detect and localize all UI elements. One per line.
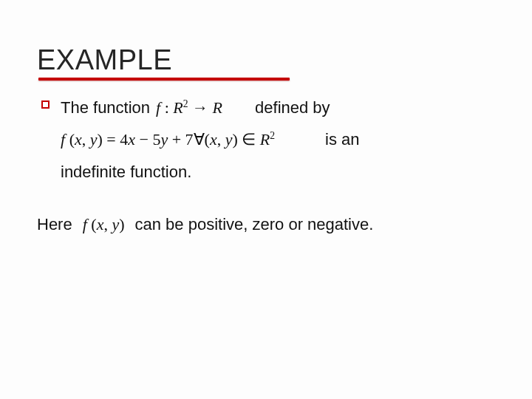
line-3: indefinite function. <box>61 158 495 185</box>
math-func-definition: f (x, y) = 4x − 5y + 7∀(x, y) ∈ R2 <box>61 126 275 153</box>
title-underline <box>38 78 290 81</box>
text-indefinite-function: indefinite function. <box>61 158 191 185</box>
math-fxy: f (x, y) <box>83 211 125 238</box>
bullet-icon <box>41 100 50 109</box>
body: The function f : R2 → R defined by f (x,… <box>37 94 495 239</box>
text-is-an: is an <box>325 126 359 153</box>
line-1: The function f : R2 → R defined by <box>61 94 495 121</box>
math-func-declaration: f : R2 → R <box>156 94 222 121</box>
text-here: Here <box>37 211 72 238</box>
page-title: EXAMPLE <box>37 44 495 76</box>
paragraph-2: Here f (x, y) can be positive, zero or n… <box>37 211 495 238</box>
text-conclusion: can be positive, zero or negative. <box>135 211 374 238</box>
slide: EXAMPLE The function f : R2 → R defined … <box>0 0 532 399</box>
text-the-function: The function <box>61 94 150 121</box>
line-2: f (x, y) = 4x − 5y + 7∀(x, y) ∈ R2 is an <box>61 126 495 153</box>
paragraph-1: The function f : R2 → R defined by f (x,… <box>37 94 495 185</box>
text-defined-by: defined by <box>255 94 330 121</box>
title-block: EXAMPLE <box>37 44 495 76</box>
